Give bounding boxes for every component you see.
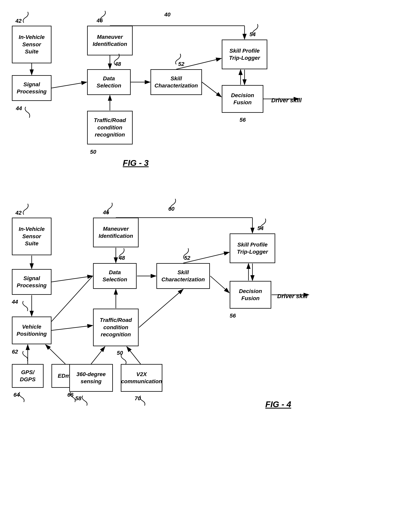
- fig4-signal-processing: SignalProcessing: [12, 269, 52, 295]
- fig3-label: FIG - 3: [123, 158, 149, 168]
- fig4-ref54: 54: [257, 225, 263, 231]
- fig3-signal-processing: SignalProcessing: [12, 75, 52, 101]
- svg-line-26: [139, 289, 183, 327]
- fig3-driver-skill: Driver skill: [271, 97, 302, 104]
- fig4-ref44: 44: [12, 299, 18, 305]
- fig3-skill-profile: Skill ProfileTrip-Logger: [222, 40, 267, 69]
- fig4-ref60: 60: [168, 206, 175, 212]
- svg-line-18: [52, 276, 93, 321]
- fig4-gps: GPS/DGPS: [12, 364, 44, 388]
- svg-line-3: [52, 82, 87, 88]
- fig4-traffic-road: Traffic/Roadconditionrecognition: [93, 309, 139, 346]
- fig3-ref56: 56: [239, 117, 246, 123]
- fig4-skill-profile: Skill ProfileTrip-Logger: [230, 234, 275, 263]
- fig3-data-selection: DataSelection: [87, 69, 131, 95]
- fig3-maneuver-id: ManeuverIdentification: [87, 26, 133, 55]
- fig3-skill-char: SkillCharacterization: [151, 69, 202, 95]
- fig4-skill-char: SkillCharacterization: [157, 263, 210, 289]
- fig4-vehicle-pos: VehiclePositioning: [12, 317, 52, 344]
- fig4-ref56: 56: [230, 313, 236, 319]
- fig4-decision-fusion: DecisionFusion: [230, 281, 271, 309]
- fig4-ref66: 66: [67, 392, 73, 398]
- fig4-sensor-suite: In-VehicleSensorSuite: [12, 218, 52, 255]
- fig4-ref50: 50: [117, 350, 123, 356]
- fig4-ref64: 64: [13, 392, 20, 398]
- svg-line-8: [202, 82, 221, 97]
- svg-line-28: [210, 276, 229, 293]
- fig3-ref40: 40: [164, 11, 170, 18]
- fig3-ref54: 54: [250, 31, 256, 38]
- svg-line-17: [52, 326, 93, 330]
- fig4-ref48: 48: [119, 255, 125, 261]
- fig3-ref50: 50: [90, 149, 96, 155]
- fig4-v2x: V2Xcommunication: [121, 364, 162, 392]
- diagram-container: 40 In-VehicleSensorSuite 42 SignalProces…: [0, 0, 396, 532]
- fig4-sensing360: 360-degreesensing: [69, 364, 113, 392]
- svg-line-15: [52, 276, 93, 282]
- fig4-ref62: 62: [12, 349, 18, 355]
- fig4-ref58: 58: [75, 395, 81, 402]
- svg-line-22: [127, 347, 140, 364]
- fig4-ref70: 70: [135, 395, 141, 402]
- fig4-maneuver-id: ManeuverIdentification: [93, 218, 139, 247]
- fig3-decision-fusion: DecisionFusion: [222, 85, 263, 113]
- fig3-traffic-road: Traffic/Roadconditionrecognition: [87, 111, 133, 144]
- fig3-ref44: 44: [16, 105, 22, 112]
- fig3-ref52: 52: [178, 61, 184, 67]
- fig3-sensor-suite: In-VehicleSensorSuite: [12, 26, 52, 63]
- fig4-driver-skill: Driver skill: [277, 293, 308, 299]
- svg-line-21: [91, 347, 105, 364]
- fig4-ref42: 42: [15, 210, 22, 216]
- fig4-label: FIG - 4: [265, 400, 291, 409]
- fig4-data-selection: DataSelection: [93, 263, 137, 289]
- fig3-ref46: 46: [97, 17, 103, 24]
- fig4-ref52: 52: [184, 255, 190, 261]
- fig4-ref46: 46: [103, 209, 109, 216]
- fig3-ref42: 42: [15, 18, 22, 24]
- fig3-ref48: 48: [115, 61, 121, 67]
- svg-line-20: [46, 345, 65, 364]
